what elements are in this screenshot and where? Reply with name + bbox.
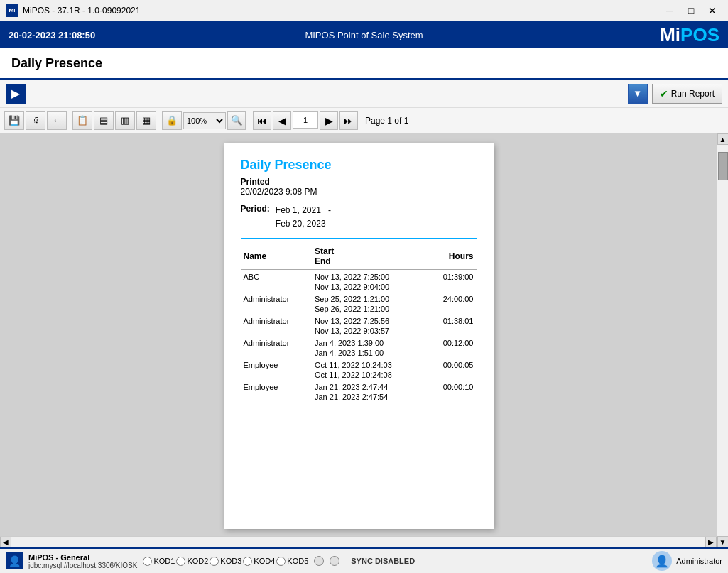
report-period-dates: Feb 1, 2021 - Feb 20, 2023 [276,204,331,231]
admin-avatar: 👤 [652,551,672,571]
lock-button[interactable]: 🔒 [162,111,182,130]
row-hours: 00:00:05 [426,358,476,370]
status-text: MiPOS - General jdbc:mysql://localhost:3… [28,553,137,569]
prev-page-button[interactable]: ◀ [273,111,291,130]
table-row: ABC Nov 13, 2022 7:25:00 01:39:00 [241,270,477,283]
status-app: MiPOS - General [28,553,137,562]
minimize-button[interactable]: ─ [660,3,680,18]
next-page-button[interactable]: ▶ [320,111,338,130]
run-report-label: Run Report [671,89,715,99]
status-connection: jdbc:mysql://localhost:3306/KIOSK [28,562,137,569]
table-header-row: Name StartEnd Hours [241,245,477,270]
app-name-center: MIPOS Point of Sale System [186,30,542,40]
table-row-end: Nov 13, 2022 9:03:57 [241,326,477,336]
report-tbody: ABC Nov 13, 2022 7:25:00 01:39:00 Nov 13… [241,270,477,403]
action-bar: ▶ ▼ ✔ Run Report [0,80,728,108]
table-row: Administrator Jan 4, 2023 1:39:00 00:12:… [241,336,477,348]
print-button[interactable]: 🖨 [26,111,45,130]
scroll-right-button[interactable]: ▶ [705,537,717,548]
period-separator: - [328,205,331,215]
table-row-end: Sep 26, 2022 1:21:00 [241,304,477,314]
kod2-radio[interactable]: KOD2 [176,557,208,566]
layout3-button[interactable]: ▦ [136,111,156,130]
admin-section: 👤 Administrator [652,551,722,571]
run-report-button[interactable]: ✔ Run Report [652,84,722,104]
row-end: Jan 21, 2023 2:47:54 [312,392,426,402]
zoom-search-button[interactable]: 🔍 [227,111,246,130]
content-area: Daily Presence Printed 20/02/2023 9:08 P… [0,133,728,547]
report-period-label: Period: [241,204,270,214]
close-button[interactable]: ✕ [702,3,722,18]
row-start: Jan 4, 2023 1:39:00 [312,336,426,348]
period-end: Feb 20, 2023 [276,219,326,229]
kod-radio-group: KOD1 KOD2 KOD3 KOD4 KOD5 [143,557,308,566]
scroll-down-button[interactable]: ▼ [717,536,729,547]
row-name-empty [241,326,312,336]
page-title-bar: Daily Presence [0,48,728,80]
report-table: Name StartEnd Hours ABC Nov 13, 2022 7:2… [241,245,477,402]
row-end: Sep 26, 2022 1:21:00 [312,304,426,314]
row-name-empty [241,370,312,380]
dropdown-icon: ▼ [633,88,642,99]
row-name: Administrator [241,292,312,304]
back-button[interactable]: ← [47,111,67,130]
page-info: Page 1 of 1 [365,116,408,126]
save-button[interactable]: 💾 [4,111,24,130]
row-name: Administrator [241,336,312,348]
scroll-left-button[interactable]: ◀ [0,537,11,548]
maximize-button[interactable]: □ [681,3,701,18]
status-icon: 👤 [6,552,23,569]
col-name: Name [241,245,312,270]
window-title: MiPOS - 37.1R - 1.0-09092021 [23,6,660,16]
scroll-track [717,145,729,536]
row-end: Jan 4, 2023 1:51:00 [312,348,426,358]
row-start: Oct 11, 2022 10:24:03 [312,358,426,370]
row-name-empty [241,282,312,292]
report-page: Daily Presence Printed 20/02/2023 9:08 P… [224,143,494,529]
table-row-end: Jan 4, 2023 1:51:00 [241,348,477,358]
report-title: Daily Presence [241,158,477,173]
report-printed-date: 20/02/2023 9:08 PM [241,187,477,197]
scroll-up-button[interactable]: ▲ [717,133,729,145]
table-row-end: Oct 11, 2022 10:24:08 [241,370,477,380]
zoom-select[interactable]: 100% [183,112,226,129]
row-start: Nov 13, 2022 7:25:56 [312,314,426,326]
layout1-button[interactable]: ▤ [94,111,114,130]
row-hours: 00:12:00 [426,336,476,348]
options-dropdown-button[interactable]: ▼ [628,84,648,104]
layout2-button[interactable]: ▥ [115,111,135,130]
col-start-end: StartEnd [312,245,426,270]
row-name-empty [241,348,312,358]
report-period: Period: Feb 1, 2021 - Feb 20, 2023 [241,204,477,231]
status-indicator-2 [330,556,339,566]
table-row: Administrator Nov 13, 2022 7:25:56 01:38… [241,314,477,326]
row-hours: 24:00:00 [426,292,476,304]
row-name: ABC [241,270,312,283]
table-row-end: Jan 21, 2023 2:47:54 [241,392,477,402]
row-start: Sep 25, 2022 1:21:00 [312,292,426,304]
topbar: 20-02-2023 21:08:50 MIPOS Point of Sale … [0,21,728,48]
copy-button[interactable]: 📋 [72,111,92,130]
mipos-logo: MiPOS [542,24,719,46]
kod1-radio[interactable]: KOD1 [143,557,175,566]
row-start: Jan 21, 2023 2:47:44 [312,380,426,392]
h-scroll-track [11,537,705,548]
last-page-button[interactable]: ⏭ [339,111,358,130]
kod4-radio[interactable]: KOD4 [243,557,275,566]
page-title: Daily Presence [11,56,102,71]
row-hours: 01:39:00 [426,270,476,283]
kod3-radio[interactable]: KOD3 [210,557,241,566]
scroll-thumb[interactable] [718,152,728,180]
report-printed-label: Printed [241,177,477,187]
datetime-display: 20-02-2023 21:08:50 [9,30,186,40]
kod5-radio[interactable]: KOD5 [276,557,308,566]
table-row: Administrator Sep 25, 2022 1:21:00 24:00… [241,292,477,304]
nav-back-button[interactable]: ▶ [6,84,26,104]
row-hours: 00:00:10 [426,380,476,392]
table-row: Employee Jan 21, 2023 2:47:44 00:00:10 [241,380,477,392]
page-number-input[interactable] [293,111,318,129]
first-page-button[interactable]: ⏮ [253,111,271,130]
row-end: Oct 11, 2022 10:24:08 [312,370,426,380]
row-name-empty [241,392,312,402]
statusbar: 👤 MiPOS - General jdbc:mysql://localhost… [0,547,728,573]
